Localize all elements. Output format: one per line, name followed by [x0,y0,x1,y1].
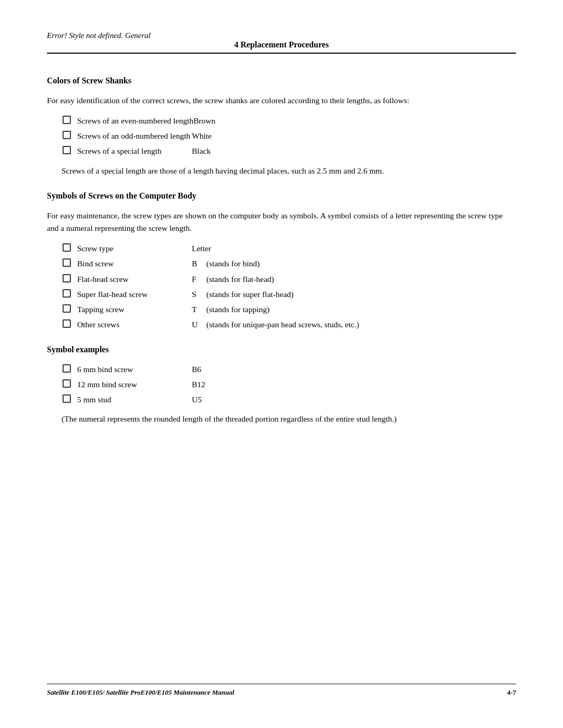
colors-note: Screws of a special length are those of … [62,165,516,177]
page-footer: Satellite E100/E105/ Satellite ProE100/E… [47,684,516,697]
list-label: Screws of an even-numbered length [77,115,193,127]
list-label: Tapping screw [77,303,192,315]
examples-list: 6 mm bind screw B6 12 mm bind screw B12 [63,363,516,406]
list-label: Screws of an odd-numbered length [77,130,192,142]
colors-list: Screws of an even-numbered length Brown … [63,115,516,157]
list-label: 12 mm bind screw [77,378,192,390]
examples-section: Symbol examples 6 mm bind screw B6 12 mm… [47,343,516,426]
list-item: Tapping screw T (stands for tapping) [63,303,516,315]
checkbox-icon [63,258,71,267]
list-value: Letter [192,242,211,254]
header-bottom-line: 4 Replacement Procedures [47,40,516,50]
footer-right: 4-7 [507,688,516,697]
list-value: U (stands for unique-pan head screws, st… [192,318,359,330]
checkbox-icon [63,304,71,313]
list-item-content: 12 mm bind screw B12 [77,378,516,390]
checkbox-icon [63,146,71,154]
list-item: Bind screw B (stands for bind) [63,257,516,269]
list-value: Black [192,145,211,157]
letter: F [192,273,202,285]
list-label: Screw type [77,242,192,254]
list-item: Flat-head screw F (stands for flat-head) [63,273,516,285]
list-item-content: 6 mm bind screw B6 [77,363,516,375]
examples-note: (The numeral represents the rounded leng… [62,413,516,425]
list-item-content: Screws of a special length Black [77,145,516,157]
list-item-content: Bind screw B (stands for bind) [77,257,516,269]
letter: B [192,257,202,269]
list-item: 12 mm bind screw B12 [63,378,516,390]
list-label: Flat-head screw [77,273,192,285]
list-item-content: Flat-head screw F (stands for flat-head) [77,273,516,285]
list-value: B6 [192,363,201,375]
page-header: Error! Style not defined. General 4 Repl… [47,31,516,54]
checkbox-icon [63,379,71,388]
list-value: S (stands for super flat-head) [192,288,293,300]
list-item: Screws of a special length Black [63,145,516,157]
checkbox-icon [63,131,71,139]
list-item-content: Super flat-head screw S (stands for supe… [77,288,516,300]
page: Error! Style not defined. General 4 Repl… [0,0,563,728]
checkbox-icon [63,289,71,298]
list-label: Bind screw [77,257,192,269]
list-value: B12 [192,378,205,390]
list-label: Super flat-head screw [77,288,192,300]
list-item: 5 mm stud U5 [63,393,516,405]
checkbox-icon [63,116,71,124]
header-top-line: Error! Style not defined. General [47,31,516,40]
list-value: Brown [193,115,215,127]
list-item: Other screws U (stands for unique-pan he… [63,318,516,330]
list-value: T (stands for tapping) [192,303,270,315]
list-item: Screws of an odd-numbered length White [63,130,516,142]
colors-intro: For easy identification of the correct s… [47,94,516,107]
checkbox-icon [63,394,71,403]
symbols-intro: For easy maintenance, the screw types ar… [47,209,516,236]
list-label: 5 mm stud [77,393,192,405]
checkbox-icon [63,274,71,282]
letter: S [192,288,202,300]
checkbox-icon [63,243,71,252]
list-value: F (stands for flat-head) [192,273,274,285]
list-item-content: Other screws U (stands for unique-pan he… [77,318,516,330]
colors-section: Colors of Screw Shanks For easy identifi… [47,75,516,177]
colors-section-title: Colors of Screw Shanks [47,75,516,87]
footer-left: Satellite E100/E105/ Satellite ProE100/E… [47,688,234,697]
list-value: U5 [192,393,202,405]
list-item-content: Tapping screw T (stands for tapping) [77,303,516,315]
symbols-section: Symbols of Screws on the Computer Body F… [47,190,516,331]
list-item-content: Screws of an even-numbered length Brown [77,115,516,127]
list-item: 6 mm bind screw B6 [63,363,516,375]
list-item: Screws of an even-numbered length Brown [63,115,516,127]
list-item-content: Screw type Letter [77,242,516,254]
letter: U [192,318,202,330]
list-label: Other screws [77,318,192,330]
list-item-content: 5 mm stud U5 [77,393,516,405]
examples-section-title: Symbol examples [47,343,516,356]
checkbox-icon [63,319,71,328]
list-item-content: Screws of an odd-numbered length White [77,130,516,142]
symbols-section-title: Symbols of Screws on the Computer Body [47,190,516,202]
main-content: Colors of Screw Shanks For easy identifi… [47,69,516,684]
list-value: White [192,130,212,142]
list-item: Super flat-head screw S (stands for supe… [63,288,516,300]
list-item: Screw type Letter [63,242,516,254]
letter: T [192,303,202,315]
symbols-list: Screw type Letter Bind screw B (stands f… [63,242,516,331]
checkbox-icon [63,364,71,373]
list-label: Screws of a special length [77,145,192,157]
list-label: 6 mm bind screw [77,363,192,375]
list-value: B (stands for bind) [192,257,260,269]
